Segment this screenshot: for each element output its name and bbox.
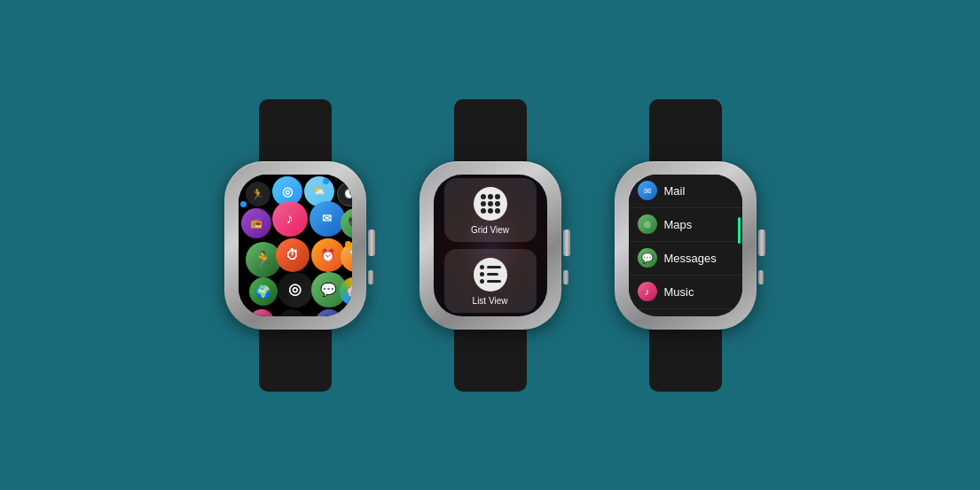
- maps-icon: ◎: [638, 214, 657, 234]
- dot: [481, 194, 486, 199]
- watch-3-btn[interactable]: [758, 270, 764, 284]
- watch-3-crown[interactable]: [758, 229, 765, 256]
- dot: [481, 208, 486, 214]
- app-timer[interactable]: ⏱: [276, 238, 310, 272]
- app-stocks[interactable]: 📈: [278, 309, 306, 316]
- app-mail[interactable]: ✉: [310, 201, 345, 237]
- list-item-mail[interactable]: ✉ Mail: [629, 175, 742, 208]
- watch-3-screen: ✉ Mail ◎ Maps 💬 Messages ♪ Music: [629, 175, 742, 316]
- list-item-messages[interactable]: 💬 Messages: [629, 242, 742, 276]
- app-podcasts[interactable]: 📻: [241, 208, 271, 238]
- watch-3: ✉ Mail ◎ Maps 💬 Messages ♪ Music: [615, 99, 757, 392]
- mail-label: Mail: [664, 184, 686, 198]
- watch-2-btn[interactable]: [563, 270, 568, 284]
- watch-2-crown[interactable]: [563, 229, 570, 256]
- watch-1-screen: 🏃 ◎ ⛅ 🕐 📻 ♪ ✉ 📞 🏃 ⏱ ⏰ 📡 🌍 ◎ 💬 🌸: [239, 175, 352, 316]
- mail-icon: ✉: [638, 181, 657, 200]
- watch-2-screen: Grid View: [434, 175, 547, 316]
- grid-view-label: Grid View: [471, 225, 509, 235]
- app-remote[interactable]: ▶: [315, 309, 343, 316]
- line-dot: [480, 272, 484, 276]
- app-siri[interactable]: ◉: [341, 312, 352, 316]
- app-fitness[interactable]: 🏃: [246, 242, 281, 277]
- music-label: Music: [664, 285, 694, 299]
- watch-1-body: 🏃 ◎ ⛅ 🕐 📻 ♪ ✉ 📞 🏃 ⏱ ⏰ 📡 🌍 ◎ 💬 🌸: [224, 161, 366, 330]
- app-clock[interactable]: 🕐: [337, 182, 352, 206]
- line-bar: [487, 273, 498, 276]
- watch-1-btn[interactable]: [368, 270, 373, 284]
- watch-2-band-bottom: [454, 330, 527, 392]
- list-view-icon: [474, 258, 507, 292]
- list-item-news[interactable]: ⊘ News: [629, 309, 742, 316]
- dot: [495, 201, 500, 206]
- watch-1-crown[interactable]: [368, 229, 375, 256]
- watch-1-band-bottom: [259, 330, 332, 392]
- app-reminders[interactable]: ⏰: [311, 238, 345, 272]
- app-music[interactable]: ♪: [272, 201, 308, 237]
- line-dot: [480, 279, 484, 284]
- watch-3-band-bottom: [649, 330, 722, 392]
- maps-label: Maps: [664, 218, 693, 231]
- grid-view-icon: [474, 187, 507, 221]
- app-worldclock[interactable]: 🌍: [249, 277, 278, 306]
- line-item: [480, 279, 501, 284]
- line-item: [480, 265, 501, 269]
- dot: [481, 201, 486, 206]
- scroll-indicator: [738, 217, 741, 244]
- watch-1-app-grid: 🏃 ◎ ⛅ 🕐 📻 ♪ ✉ 📞 🏃 ⏱ ⏰ 📡 🌍 ◎ 💬 🌸: [239, 175, 352, 316]
- line-bar: [487, 266, 501, 268]
- grid-view-option[interactable]: Grid View: [444, 178, 537, 242]
- dot: [495, 208, 500, 214]
- line-item: [480, 272, 498, 276]
- dot: [495, 194, 500, 199]
- watch-2: Grid View: [419, 99, 561, 392]
- watch-1: 🏃 ◎ ⛅ 🕐 📻 ♪ ✉ 📞 🏃 ⏱ ⏰ 📡 🌍 ◎ 💬 🌸: [224, 99, 366, 392]
- dot: [488, 208, 493, 214]
- messages-label: Messages: [664, 252, 717, 265]
- list-item-maps[interactable]: ◎ Maps: [629, 208, 742, 242]
- music-icon: ♪: [638, 282, 657, 301]
- watch-3-body: ✉ Mail ◎ Maps 💬 Messages ♪ Music: [615, 161, 757, 330]
- watch-3-app-list: ✉ Mail ◎ Maps 💬 Messages ♪ Music: [629, 175, 742, 316]
- line-bar: [487, 280, 501, 283]
- lines-list: [480, 265, 501, 284]
- watch-2-body: Grid View: [419, 161, 561, 330]
- watch-3-band-top: [649, 99, 722, 161]
- watch-2-band-top: [454, 99, 527, 161]
- line-dot: [480, 265, 484, 269]
- app-activity-rings[interactable]: ◎: [278, 272, 313, 307]
- messages-icon: 💬: [638, 248, 657, 268]
- dots-grid: [481, 194, 500, 214]
- watch-1-band-top: [259, 99, 332, 161]
- list-item-music[interactable]: ♪ Music: [629, 276, 742, 309]
- app-podcast2[interactable]: 📡: [249, 309, 274, 316]
- dot: [488, 194, 493, 199]
- app-activity[interactable]: 🏃: [246, 182, 270, 206]
- view-selector-screen: Grid View: [434, 175, 547, 316]
- news-icon: ⊘: [638, 315, 657, 316]
- list-view-option[interactable]: List View: [444, 249, 537, 313]
- dot: [488, 201, 493, 206]
- list-view-label: List View: [473, 296, 508, 306]
